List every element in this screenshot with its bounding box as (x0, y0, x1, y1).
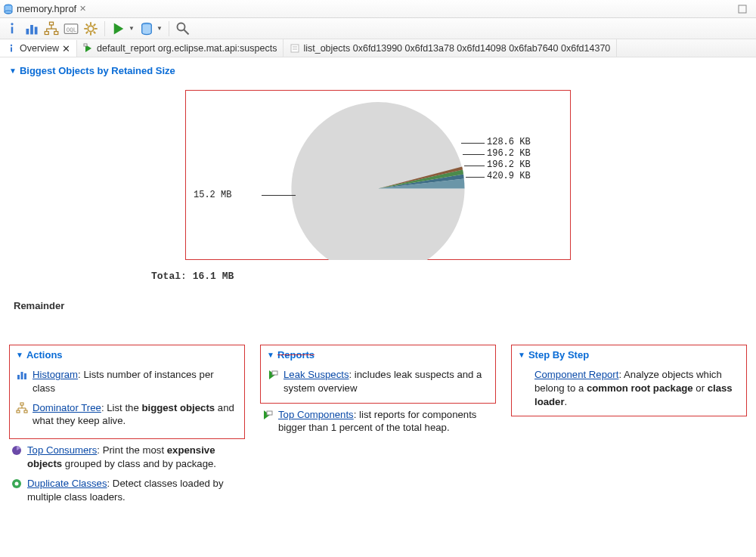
svg-line-20 (86, 31, 88, 33)
chart-leader-line (262, 195, 296, 196)
pie-slice-label: 196.2 KB (487, 148, 531, 159)
svg-point-39 (15, 481, 19, 485)
info-icon[interactable] (5, 21, 20, 36)
section-title: Actions (26, 349, 63, 361)
toolbar-separator (104, 21, 105, 36)
tab-label: Overview (20, 43, 59, 54)
report-tree-icon (267, 369, 279, 381)
action-dominator-tree: Dominator Tree: List the biggest objects… (14, 397, 240, 430)
action-duplicate-classes: Duplicate Classes: Detect classes loaded… (9, 472, 245, 506)
svg-rect-7 (35, 26, 38, 34)
svg-rect-40 (272, 371, 277, 375)
histogram-link[interactable]: Histogram (33, 369, 78, 380)
svg-rect-5 (26, 29, 29, 35)
svg-rect-28 (291, 45, 299, 52)
duplicate-icon (11, 478, 23, 490)
chart-leader-line (466, 177, 485, 178)
svg-point-23 (177, 23, 184, 30)
action-histogram: Histogram: Lists number of instances per… (14, 364, 240, 397)
svg-point-25 (11, 45, 12, 46)
section-title: Reports (277, 349, 314, 361)
database-icon (3, 4, 14, 14)
tab-list-objects[interactable]: list_objects 0x6fd13990 0x6fd13a78 0x6fd… (284, 39, 617, 57)
svg-point-13 (88, 26, 94, 32)
minimize-editor-button[interactable] (732, 2, 753, 16)
collapse-arrow-icon: ▼ (9, 67, 17, 75)
svg-rect-41 (267, 411, 272, 415)
pie-slice-label: 128.6 KB (487, 137, 531, 147)
chart-leader-line (464, 166, 485, 166)
tab-bar: Overview ✕ default_report org.eclipse.ma… (0, 39, 756, 57)
component-report-link[interactable]: Component Report (534, 369, 618, 380)
svg-rect-26 (11, 48, 12, 52)
report-tree-icon (83, 43, 94, 54)
histogram-icon[interactable] (24, 21, 39, 36)
remainder-label: Remainder (14, 300, 748, 311)
section-header-reports[interactable]: ▼ Reports (265, 348, 491, 364)
svg-rect-27 (84, 44, 87, 46)
list-icon (290, 43, 300, 54)
chart-leader-line (463, 154, 485, 155)
top-consumers-link[interactable]: Top Consumers (27, 444, 97, 456)
report-top-components: Top Components: list reports for compone… (260, 404, 496, 437)
svg-rect-36 (24, 410, 27, 413)
dropdown-arrow-icon[interactable]: ▼ (129, 25, 135, 32)
tab-default-report[interactable]: default_report org.eclipse.mat.api:suspe… (77, 39, 284, 57)
database-query-icon[interactable] (139, 21, 154, 36)
svg-rect-10 (54, 31, 58, 34)
section-title: Step By Step (528, 349, 589, 361)
svg-text:OQL: OQL (67, 26, 77, 32)
close-editor-icon[interactable]: ✕ (79, 4, 86, 14)
actions-column: ▼ Actions Histogram: Lists number of ins… (9, 345, 245, 506)
svg-rect-6 (30, 25, 33, 35)
top-components-link[interactable]: Top Components (278, 409, 354, 420)
gear-icon[interactable] (83, 21, 98, 36)
info-icon (6, 43, 17, 54)
section-header-step-by-step[interactable]: ▼ Step By Step (516, 348, 742, 364)
svg-rect-8 (50, 22, 54, 25)
dropdown-arrow-icon[interactable]: ▼ (156, 25, 163, 32)
consumers-icon (11, 444, 23, 456)
dominator-tree-toolbar-icon[interactable] (44, 21, 59, 36)
editor-title: memory.hprof (17, 3, 76, 14)
svg-rect-34 (20, 403, 23, 405)
pie-slice-label: 196.2 KB (487, 159, 531, 170)
report-leak-suspects: Leak Suspects: includes leak suspects an… (265, 364, 491, 397)
svg-rect-33 (24, 373, 26, 379)
section-title: Biggest Objects by Retained Size (20, 65, 175, 76)
tab-label: list_objects 0x6fd13990 0x6fd13a78 0x6fd… (303, 43, 610, 54)
toolbar: OQL ▼ ▼ (0, 18, 756, 39)
oql-icon[interactable]: OQL (64, 21, 79, 36)
search-icon[interactable] (175, 21, 191, 36)
svg-rect-9 (45, 31, 48, 34)
overview-columns: ▼ Actions Histogram: Lists number of ins… (8, 345, 748, 506)
svg-line-21 (94, 23, 96, 26)
collapse-arrow-icon: ▼ (16, 351, 23, 359)
close-tab-icon[interactable]: ✕ (62, 43, 70, 54)
tree-icon (16, 402, 28, 414)
svg-point-3 (11, 23, 13, 25)
reports-column: ▼ Reports Leak Suspects: includes leak s… (260, 345, 496, 436)
svg-rect-31 (17, 375, 20, 379)
section-header-actions[interactable]: ▼ Actions (14, 348, 240, 364)
step-component-report: Component Report: Analyze objects which … (516, 364, 742, 410)
total-label: Total (151, 271, 181, 282)
blank-icon (518, 369, 530, 381)
step-by-step-column: ▼ Step By Step Component Report: Analyze… (511, 345, 747, 416)
svg-rect-4 (11, 26, 14, 33)
dominator-tree-link[interactable]: Dominator Tree (33, 402, 101, 413)
pie-chart-box: 15.2 MB 420.9 KB 196.2 KB 196.2 KB 128.6… (185, 90, 571, 260)
svg-rect-2 (739, 5, 746, 13)
collapse-arrow-icon: ▼ (267, 351, 274, 359)
chart-total: Total: 16.1 MB (151, 271, 748, 282)
duplicate-classes-link[interactable]: Duplicate Classes (27, 478, 107, 489)
pie-slice-label: 15.2 MB (194, 190, 231, 200)
section-header-biggest-objects[interactable]: ▼ Biggest Objects by Retained Size (8, 63, 748, 79)
svg-line-19 (94, 31, 96, 33)
tab-overview[interactable]: Overview ✕ (0, 40, 77, 57)
svg-line-18 (86, 23, 88, 26)
svg-line-24 (184, 29, 188, 34)
total-value: 16.1 MB (193, 271, 234, 282)
run-query-icon[interactable] (111, 21, 126, 36)
leak-suspects-link[interactable]: Leak Suspects (284, 369, 349, 380)
